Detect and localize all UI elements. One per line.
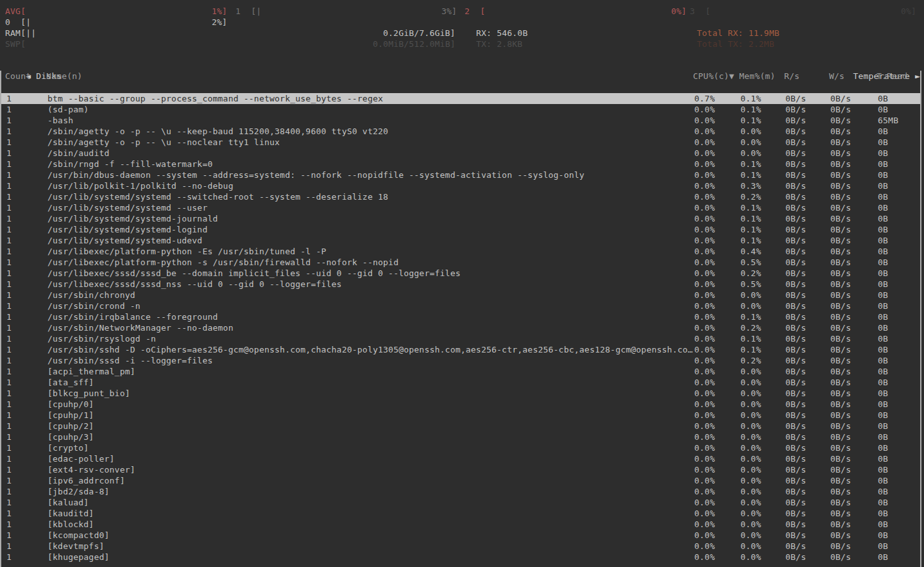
table-row[interactable]: 1 /usr/lib/systemd/systemd-journald 0.0%… <box>1 213 920 224</box>
table-row[interactable]: 1 [jbd2/sda-8] 0.0% 0.0% 0B/s 0B/s 0B <box>1 486 920 497</box>
table-row[interactable]: 1 [ipv6_addrconf] 0.0% 0.0% 0B/s 0B/s 0B <box>1 475 920 486</box>
process-mem-cell: 0.1% <box>740 115 761 126</box>
table-row[interactable]: 1 /usr/sbin/crond -n 0.0% 0.0% 0B/s 0B/s… <box>1 301 920 311</box>
table-row[interactable]: 1 /usr/bin/dbus-daemon --system --addres… <box>1 170 920 180</box>
table-row[interactable]: 1 [crypto] 0.0% 0.0% 0B/s 0B/s 0B <box>1 442 920 453</box>
table-row[interactable]: 1 /usr/sbin/rsyslogd -n 0.0% 0.1% 0B/s 0… <box>1 333 920 344</box>
process-total-read-cell: 0B <box>878 344 888 355</box>
process-name-cell: /usr/sbin/sshd -D -oCiphers=aes256-gcm@o… <box>47 344 693 355</box>
process-total-read-cell: 0B <box>878 93 888 104</box>
process-write-cell: 0B/s <box>830 311 851 322</box>
process-count-cell: 1 <box>6 344 12 355</box>
process-write-cell: 0B/s <box>830 301 851 311</box>
table-row[interactable]: 1 [kauditd] 0.0% 0.0% 0B/s 0B/s 0B <box>1 508 920 519</box>
table-row[interactable]: 1 [khugepaged] 0.0% 0.0% 0B/s 0B/s 0B <box>1 552 920 563</box>
table-row[interactable]: 1 /sbin/rngd -f --fill-watermark=0 0.0% … <box>1 159 920 170</box>
table-row[interactable]: 1 /usr/libexec/sssd/sssd_nss --uid 0 --g… <box>1 279 920 290</box>
process-mem-cell: 0.0% <box>740 464 761 475</box>
table-row[interactable]: 1 /usr/sbin/NetworkManager --no-daemon 0… <box>1 322 920 333</box>
process-read-cell: 0B/s <box>785 552 806 563</box>
process-mem-cell: 0.2% <box>740 268 761 279</box>
widget-border-left <box>0 71 1 567</box>
process-count-cell: 1 <box>6 126 12 137</box>
process-read-cell: 0B/s <box>785 159 806 170</box>
process-mem-cell: 0.0% <box>740 366 761 377</box>
table-row[interactable]: 1 [kcompactd0] 0.0% 0.0% 0B/s 0B/s 0B <box>1 530 920 541</box>
process-read-cell: 0B/s <box>785 530 806 541</box>
table-row[interactable]: 1 [ata_sff] 0.0% 0.0% 0B/s 0B/s 0B <box>1 377 920 388</box>
process-cpu-cell: 0.0% <box>694 213 715 224</box>
table-row[interactable]: 1 (sd-pam) 0.0% 0.1% 0B/s 0B/s 0B <box>1 104 920 115</box>
process-total-read-cell: 0B <box>878 421 888 432</box>
process-count-cell: 1 <box>6 246 12 257</box>
table-row[interactable]: 1 /usr/sbin/chronyd 0.0% 0.0% 0B/s 0B/s … <box>1 290 920 301</box>
process-read-cell: 0B/s <box>785 388 806 399</box>
process-read-cell: 0B/s <box>785 333 806 344</box>
table-row[interactable]: 1 /sbin/agetty -o -p -- \u --keep-baud 1… <box>1 126 920 137</box>
process-read-cell: 0B/s <box>785 355 806 366</box>
table-row[interactable]: 1 /usr/sbin/irqbalance --foreground 0.0%… <box>1 311 920 322</box>
process-cpu-cell: 0.0% <box>694 453 715 464</box>
process-mem-cell: 0.0% <box>740 301 761 311</box>
table-row[interactable]: 1 [kaluad] 0.0% 0.0% 0B/s 0B/s 0B <box>1 497 920 508</box>
table-row[interactable]: 1 /usr/libexec/platform-python -Es /usr/… <box>1 246 920 257</box>
table-row[interactable]: 1 [cpuhp/0] 0.0% 0.0% 0B/s 0B/s 0B <box>1 399 920 410</box>
process-cpu-cell: 0.0% <box>694 421 715 432</box>
process-cpu-cell: 0.0% <box>694 180 715 191</box>
process-mem-cell: 0.1% <box>740 311 761 322</box>
process-total-read-cell: 0B <box>878 552 888 563</box>
table-row[interactable]: 1 /usr/lib/systemd/systemd --switched-ro… <box>1 191 920 202</box>
process-cpu-cell: 0.0% <box>694 301 715 311</box>
process-mem-cell: 0.1% <box>740 104 761 115</box>
process-total-read-cell: 0B <box>878 279 888 290</box>
table-row[interactable]: 1 [kblockd] 0.0% 0.0% 0B/s 0B/s 0B <box>1 519 920 530</box>
table-row[interactable]: 1 [blkcg_punt_bio] 0.0% 0.0% 0B/s 0B/s 0… <box>1 388 920 399</box>
table-row[interactable]: 1 /usr/sbin/sshd -D -oCiphers=aes256-gcm… <box>1 344 920 355</box>
process-mem-cell: 0.0% <box>740 475 761 486</box>
table-row[interactable]: 1 /usr/libexec/sssd/sssd_be --domain imp… <box>1 268 920 279</box>
process-count-cell: 1 <box>6 159 12 170</box>
process-write-cell: 0B/s <box>830 453 851 464</box>
process-count-cell: 1 <box>6 322 12 333</box>
process-write-cell: 0B/s <box>830 322 851 333</box>
process-count-cell: 1 <box>6 115 12 126</box>
table-row[interactable]: 1 [edac-poller] 0.0% 0.0% 0B/s 0B/s 0B <box>1 453 920 464</box>
process-write-cell: 0B/s <box>830 388 851 399</box>
table-row[interactable]: 1 [cpuhp/1] 0.0% 0.0% 0B/s 0B/s 0B <box>1 410 920 421</box>
process-read-cell: 0B/s <box>785 410 806 421</box>
process-cpu-cell: 0.0% <box>694 290 715 301</box>
table-row[interactable]: 1 /usr/lib/systemd/systemd-udevd 0.0% 0.… <box>1 235 920 246</box>
process-name-cell: btm --basic --group --process_command --… <box>47 93 383 104</box>
table-row[interactable]: 1 /usr/sbin/sssd -i --logger=files 0.0% … <box>1 355 920 366</box>
process-count-cell: 1 <box>6 399 12 410</box>
process-cpu-cell: 0.0% <box>694 159 715 170</box>
table-row[interactable]: 1 /usr/lib/systemd/systemd --user 0.0% 0… <box>1 202 920 213</box>
table-row[interactable]: 1 btm --basic --group --process_command … <box>1 93 920 104</box>
process-write-cell: 0B/s <box>830 442 851 453</box>
table-row[interactable]: 1 /usr/lib/systemd/systemd-logind 0.0% 0… <box>1 224 920 235</box>
process-name-cell: /usr/bin/dbus-daemon --system --address=… <box>47 170 585 180</box>
table-row[interactable]: 1 /usr/libexec/platform-python -s /usr/s… <box>1 257 920 268</box>
table-row[interactable]: 1 /usr/lib/polkit-1/polkitd --no-debug 0… <box>1 180 920 191</box>
table-row[interactable]: 1 [acpi_thermal_pm] 0.0% 0.0% 0B/s 0B/s … <box>1 366 920 377</box>
process-cpu-cell: 0.0% <box>694 148 715 159</box>
process-name-cell: [khugepaged] <box>47 552 110 563</box>
table-row[interactable]: 1 [cpuhp/3] 0.0% 0.0% 0B/s 0B/s 0B <box>1 432 920 442</box>
table-row[interactable]: 1 [ext4-rsv-conver] 0.0% 0.0% 0B/s 0B/s … <box>1 464 920 475</box>
process-write-cell: 0B/s <box>830 246 851 257</box>
process-total-read-cell: 0B <box>878 104 888 115</box>
table-row[interactable]: 1 [cpuhp/2] 0.0% 0.0% 0B/s 0B/s 0B <box>1 421 920 432</box>
process-cpu-cell: 0.0% <box>694 377 715 388</box>
table-row[interactable]: 1 /sbin/auditd 0.0% 0.0% 0B/s 0B/s 0B <box>1 148 920 159</box>
process-table-body: 1 btm --basic --group --process_command … <box>0 0 924 567</box>
process-write-cell: 0B/s <box>830 115 851 126</box>
table-row[interactable]: 1 -bash 0.0% 0.1% 0B/s 0B/s 65MB <box>1 115 920 126</box>
process-count-cell: 1 <box>6 191 12 202</box>
process-read-cell: 0B/s <box>785 399 806 410</box>
table-row[interactable]: 1 [kdevtmpfs] 0.0% 0.0% 0B/s 0B/s 0B <box>1 541 920 552</box>
process-write-cell: 0B/s <box>830 159 851 170</box>
process-cpu-cell: 0.0% <box>694 497 715 508</box>
table-row[interactable]: 1 /sbin/agetty -o -p -- \u --noclear tty… <box>1 137 920 148</box>
process-name-cell: /usr/sbin/chronyd <box>47 290 135 301</box>
process-cpu-cell: 0.0% <box>694 541 715 552</box>
